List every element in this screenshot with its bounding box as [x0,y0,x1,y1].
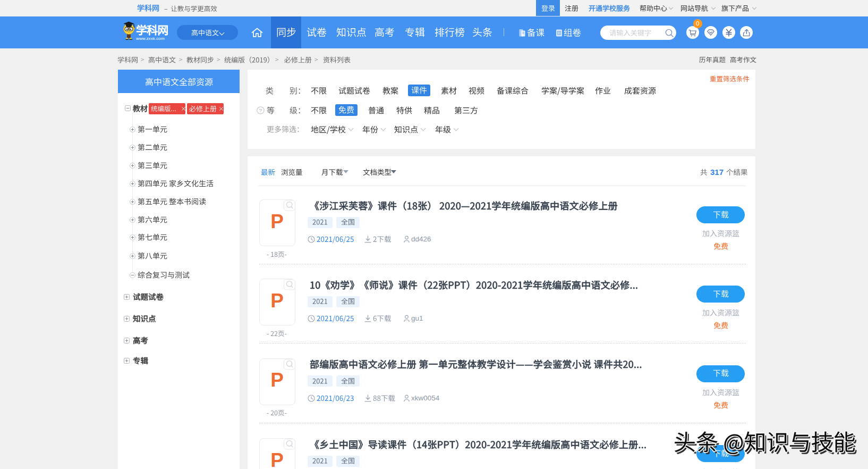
svg-text:?: ? [259,107,262,113]
